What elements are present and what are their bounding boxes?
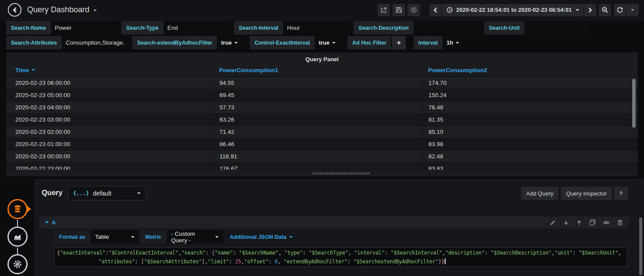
- additional-json-data-toggle[interactable]: Additional JSON Data: [230, 230, 293, 244]
- variable-label: Ad Hoc Filter: [347, 36, 391, 49]
- refresh-interval-dropdown[interactable]: [626, 4, 639, 16]
- chevron-left-icon: [433, 7, 438, 13]
- variable-ad-hoc-filter: Ad Hoc Filter+: [347, 36, 406, 49]
- variable-value-search-extendbyadhocfilter[interactable]: true: [217, 36, 242, 49]
- query-inspector-button[interactable]: Query Inspector: [561, 187, 612, 200]
- selected-value: 1h: [446, 39, 453, 46]
- variable-search-unit: Search-Unit: [484, 21, 587, 35]
- table-cell: 2020-02-23 06:00:00: [6, 80, 213, 86]
- column-header-time[interactable]: Time: [6, 67, 213, 73]
- editor-section-title: Query: [42, 189, 63, 197]
- delete-trash-icon[interactable]: [617, 219, 623, 226]
- variable-label: Search-Attributes: [6, 36, 62, 49]
- variable-value-search-attributes[interactable]: Consumption,Storage...: [62, 36, 124, 49]
- query-ref-label[interactable]: A: [52, 219, 56, 226]
- variable-value-search-description[interactable]: [414, 21, 476, 35]
- table-row: 2020-02-23 03:00:0063.2681.35: [6, 114, 638, 126]
- table-cell: 83.98: [422, 138, 638, 150]
- variable-label: Control-ExactInterval: [250, 36, 315, 49]
- table-row: 2020-02-23 00:00:00116.9182.48: [6, 150, 638, 163]
- table-row: 2020-02-23 04:00:0057.7376.48: [6, 101, 638, 114]
- chevron-right-icon: [587, 7, 593, 13]
- refresh-controls: [614, 4, 639, 16]
- dashboard-title[interactable]: Query Dashboard: [27, 5, 97, 14]
- share-icon: [380, 7, 387, 14]
- variable-value-interval[interactable]: 1h: [442, 36, 463, 49]
- variable-label: Search-Name: [6, 21, 51, 35]
- edit-pencil-icon[interactable]: [550, 220, 556, 226]
- clock-icon: [446, 7, 453, 13]
- time-range-text: 2020-02-22 18:54:01 to 2020-02-23 06:54:…: [456, 7, 572, 13]
- table-cell: 81.35: [422, 114, 638, 126]
- custom-query-code-editor[interactable]: {"exactInterval":"$ControlExactInterval"…: [54, 247, 627, 267]
- chevron-down-icon: [576, 9, 579, 11]
- variable-label: Search-extendByAdhocFilter: [132, 36, 217, 49]
- table-vertical-scrollbar[interactable]: [632, 79, 636, 128]
- variable-control-exactinterval: Control-ExactIntervaltrue: [250, 36, 340, 49]
- table-cell: 57.73: [213, 101, 422, 113]
- variable-label: Search-Unit: [484, 21, 524, 35]
- table-cell: 82.48: [422, 150, 638, 162]
- variable-value-search-type[interactable]: End: [163, 21, 226, 35]
- column-header-powerconsumption2[interactable]: PowerConsumption2: [422, 67, 638, 73]
- table-row: 2020-02-23 06:00:0094.55174.70: [6, 77, 638, 89]
- time-shift-forward-button[interactable]: [584, 4, 596, 16]
- move-down-icon[interactable]: [563, 220, 569, 226]
- format-as-select[interactable]: Table: [91, 230, 139, 244]
- variable-label: Interval: [414, 36, 442, 49]
- back-button[interactable]: [8, 3, 21, 17]
- collapse-caret-icon[interactable]: [45, 221, 49, 224]
- variables-row-2: Search-AttributesConsumption,Storage...S…: [6, 36, 638, 49]
- dashboard-settings-button[interactable]: [407, 4, 420, 16]
- add-adhoc-filter-button[interactable]: +: [392, 36, 406, 49]
- variable-value-search-interval[interactable]: Hour: [283, 21, 346, 35]
- tab-general-settings[interactable]: [7, 254, 28, 274]
- move-up-icon[interactable]: [576, 220, 582, 226]
- query-row-a: A: [39, 217, 629, 267]
- column-header-powerconsumption1[interactable]: PowerConsumption1: [213, 67, 422, 73]
- chevron-down-icon: [137, 192, 141, 194]
- datasource-selector[interactable]: {...} default: [68, 186, 146, 200]
- query-options-toolbar: Format as Table Metric - Custom Query - …: [54, 230, 629, 244]
- tab-visualization[interactable]: [7, 227, 28, 247]
- variable-search-description: Search-Description: [354, 21, 476, 35]
- time-shift-back-button[interactable]: [429, 4, 442, 16]
- gear-icon: [410, 6, 418, 14]
- arrow-left-icon: [11, 7, 18, 14]
- query-row-actions: [550, 219, 623, 226]
- selected-value: true: [221, 39, 232, 46]
- variable-label: Search-Description: [354, 21, 414, 35]
- table-cell: 94.55: [213, 77, 422, 89]
- time-range-picker[interactable]: 2020-02-22 18:54:01 to 2020-02-23 06:54:…: [442, 4, 584, 16]
- duplicate-icon[interactable]: [589, 219, 596, 226]
- refresh-icon: [616, 7, 623, 14]
- database-icon: [12, 204, 23, 214]
- table-horizontal-scroll-handle[interactable]: [309, 171, 373, 175]
- variable-value-search-unit[interactable]: [524, 21, 587, 35]
- braces-icon: {...}: [73, 190, 89, 196]
- table-cell: 2020-02-23 02:00:00: [6, 129, 213, 135]
- variable-label: Search-Type: [121, 21, 163, 35]
- share-button[interactable]: [378, 4, 390, 16]
- table-cell: 63.26: [213, 114, 422, 126]
- gear-wrench-icon: [13, 259, 22, 269]
- chevron-down-icon: [234, 42, 238, 44]
- editor-vertical-scrollbar[interactable]: [639, 217, 642, 275]
- zoom-out-button[interactable]: [599, 4, 611, 16]
- add-query-button[interactable]: Add Query: [521, 187, 559, 200]
- variable-value-control-exactinterval[interactable]: true: [315, 36, 340, 49]
- query-panel: Query Panel Time PowerConsumption1 Power…: [6, 52, 638, 176]
- tab-queries[interactable]: [7, 199, 28, 219]
- tab-connector: [17, 220, 18, 227]
- code-line-2: "attributes": ["$SearchAttributes"],"lim…: [57, 257, 624, 266]
- refresh-button[interactable]: [614, 4, 626, 16]
- variable-search-interval: Search-IntervalHour: [234, 21, 346, 35]
- panel-title[interactable]: Query Panel: [6, 52, 638, 64]
- metric-select[interactable]: - Custom Query -: [167, 230, 223, 244]
- variable-value-search-name[interactable]: Power: [51, 21, 113, 35]
- datasource-name: default: [93, 190, 111, 197]
- save-button[interactable]: [393, 4, 405, 16]
- toggle-visibility-eye-icon[interactable]: [603, 220, 610, 226]
- format-as-label: Format as: [54, 230, 91, 244]
- help-button[interactable]: ?: [614, 187, 628, 200]
